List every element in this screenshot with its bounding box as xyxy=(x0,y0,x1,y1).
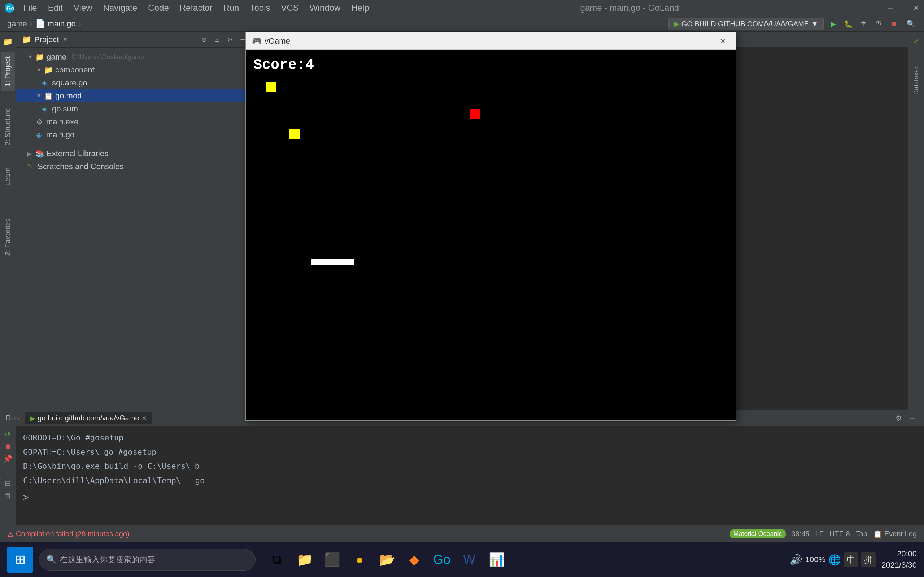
debug-button[interactable]: 🐛 xyxy=(842,18,854,29)
run-config-icon: ▶ xyxy=(674,19,679,28)
menu-window[interactable]: Window xyxy=(305,2,346,15)
taskbar-word[interactable]: W xyxy=(458,548,481,571)
project-panel: 📁 Project ▼ ⊕ ⊟ ⚙ ─ ▼ 📁 game C:\Users\ \… xyxy=(16,32,254,410)
sidebar-item-favorites[interactable]: 2: Favorites xyxy=(1,214,15,260)
tree-item-square-go[interactable]: ◈ square.go xyxy=(16,76,254,89)
sidebar-item-learn[interactable]: Learn xyxy=(1,163,15,190)
search-placeholder: 在这里输入你要搜索的内容 xyxy=(60,554,155,565)
clear-button[interactable]: 🗑 xyxy=(3,490,13,501)
tree-label-ext-libs: External Libraries xyxy=(47,149,108,158)
scroll-end-button[interactable]: ↓ xyxy=(3,466,13,476)
run-left-icons: ↺ ⏹ 📌 ↓ ⊟ 🗑 xyxy=(0,426,16,525)
start-button[interactable]: ⊞ xyxy=(7,547,33,573)
toolbar-right: ▶ GO BUILD GITHUB.COM/VUA/VGAME ▼ ▶ 🐛 ☂ … xyxy=(669,18,917,30)
taskbar-network[interactable]: 🌐 xyxy=(828,554,841,566)
event-log-button[interactable]: 📋 Event Log xyxy=(873,530,917,538)
yellow-square-1 xyxy=(266,82,276,92)
taskbar-input-method[interactable]: 拼 xyxy=(861,553,876,567)
status-theme-badge[interactable]: Material Oceanic xyxy=(730,529,786,538)
game-close-button[interactable]: ✕ xyxy=(716,34,730,48)
taskbar-volume: 100% xyxy=(805,555,825,564)
menu-file[interactable]: File xyxy=(18,2,42,15)
console-line-3: D:\Go\bin\go.exe build -o C:\Users\ b xyxy=(23,459,917,474)
sidebar-item-project[interactable]: 1: Project xyxy=(1,52,15,91)
breadcrumb-file[interactable]: 📄 main.go xyxy=(36,19,76,29)
run-button[interactable]: ▶ xyxy=(827,18,839,29)
tree-arrow-ext: ▶ xyxy=(27,150,33,157)
pin-button[interactable]: 📌 xyxy=(3,454,13,464)
menu-help[interactable]: Help xyxy=(346,2,374,15)
rerun-button[interactable]: ↺ xyxy=(3,429,13,439)
status-charset[interactable]: UTF-8 xyxy=(829,530,850,538)
taskbar-terminal[interactable]: ⬛ xyxy=(320,548,344,571)
breadcrumb-project[interactable]: game xyxy=(7,19,27,29)
tree-item-component[interactable]: ▼ 📁 component xyxy=(16,63,254,76)
file-icon: 📄 xyxy=(36,19,45,29)
menu-edit[interactable]: Edit xyxy=(43,2,68,15)
close-button[interactable]: ✕ xyxy=(911,3,921,13)
event-log-icon: 📋 xyxy=(873,530,882,538)
taskbar-taskview[interactable]: ⧉ xyxy=(266,548,289,571)
stop-button[interactable]: ⏹ xyxy=(888,18,900,29)
taskbar-jetbrains[interactable]: ◆ xyxy=(403,548,426,571)
menu-tools[interactable]: Tools xyxy=(245,2,275,15)
tree-item-ext-libs[interactable]: ▶ 📚 External Libraries xyxy=(16,147,254,160)
taskbar-files[interactable]: 📂 xyxy=(375,548,399,571)
tree-item-gomod[interactable]: ▼ 📋 go.mod xyxy=(16,89,254,102)
profile-button[interactable]: ⏱ xyxy=(873,18,884,29)
taskbar-chrome[interactable]: ● xyxy=(348,548,371,571)
taskbar-clock[interactable]: 20:00 2021/3/30 xyxy=(881,548,917,571)
search-everywhere-button[interactable]: 🔍 xyxy=(905,18,917,29)
console-prompt-line: > xyxy=(23,488,917,506)
taskbar-icons: ⧉ 📁 ⬛ ● 📂 ◆ Go W 📊 xyxy=(266,548,508,571)
coverage-button[interactable]: ☂ xyxy=(858,18,869,29)
menu-run[interactable]: Run xyxy=(218,2,244,15)
taskbar-speaker[interactable]: 🔊 xyxy=(790,554,802,566)
taskbar-goland[interactable]: Go xyxy=(430,548,453,571)
filter-button[interactable]: ⊟ xyxy=(3,478,13,488)
run-tab-label: go build github.com/vua/vGame xyxy=(37,414,139,422)
game-minimize-button[interactable]: ─ xyxy=(681,34,695,48)
taskbar-explorer[interactable]: 📁 xyxy=(293,548,316,571)
score-value: 4 xyxy=(305,57,314,73)
tree-root[interactable]: ▼ 📁 game C:\Users\ \Desktop\game xyxy=(16,50,254,63)
bottom-settings-button[interactable]: ⚙ xyxy=(893,413,905,424)
clock-time: 20:00 xyxy=(897,548,917,560)
minimize-button[interactable]: ─ xyxy=(885,3,895,13)
maximize-button[interactable]: □ xyxy=(898,3,908,13)
taskbar-lang[interactable]: 中 xyxy=(844,553,858,567)
status-encoding[interactable]: LF xyxy=(815,530,824,538)
game-title: vGame xyxy=(265,36,678,46)
project-icon: 📁 xyxy=(22,35,31,44)
locate-file-button[interactable]: ⊕ xyxy=(199,35,209,45)
sidebar-item-structure[interactable]: 2: Structure xyxy=(1,104,15,150)
taskbar-extra[interactable]: 📊 xyxy=(485,548,508,571)
status-indent[interactable]: Tab xyxy=(856,530,867,538)
taskbar-search[interactable]: 🔍 在这里输入你要搜索的内容 xyxy=(39,549,255,571)
score-label: Score: xyxy=(254,57,305,73)
start-icon: ⊞ xyxy=(15,552,26,567)
menu-navigate[interactable]: Navigate xyxy=(98,2,142,15)
run-tab-active[interactable]: ▶ go build github.com/vua/vGame ✕ xyxy=(25,412,152,424)
menu-vcs[interactable]: VCS xyxy=(276,2,304,15)
panel-settings-button[interactable]: ⚙ xyxy=(225,35,235,45)
console-prompt: > xyxy=(23,489,29,506)
tree-item-gosum[interactable]: ◈ go.sum xyxy=(16,102,254,115)
stop-run-button[interactable]: ⏹ xyxy=(3,442,13,451)
tree-item-scratches[interactable]: ✎ Scratches and Consoles xyxy=(16,160,254,173)
bottom-minimize-button[interactable]: ─ xyxy=(907,413,918,424)
menu-refactor[interactable]: Refactor xyxy=(175,2,218,15)
game-restore-button[interactable]: □ xyxy=(698,34,712,48)
tree-item-maingo[interactable]: ◈ main.go xyxy=(16,128,254,141)
run-config-button[interactable]: ▶ GO BUILD GITHUB.COM/VUA/VGAME ▼ xyxy=(669,18,824,30)
console-text-3: D:\Go\bin\go.exe build -o C:\Users\ b xyxy=(23,459,200,474)
game-window[interactable]: 🎮 vGame ─ □ ✕ Score:4 xyxy=(246,32,736,421)
tree-label-scratches: Scratches and Consoles xyxy=(37,162,123,171)
side-project-icon[interactable]: 📁 xyxy=(2,35,15,48)
menu-code[interactable]: Code xyxy=(143,2,174,15)
run-tab-close[interactable]: ✕ xyxy=(142,414,147,422)
tree-item-mainexe[interactable]: ⚙ main.exe xyxy=(16,115,254,128)
menu-view[interactable]: View xyxy=(69,2,97,15)
right-tab-database[interactable]: Database xyxy=(910,63,922,98)
collapse-all-button[interactable]: ⊟ xyxy=(212,35,222,45)
